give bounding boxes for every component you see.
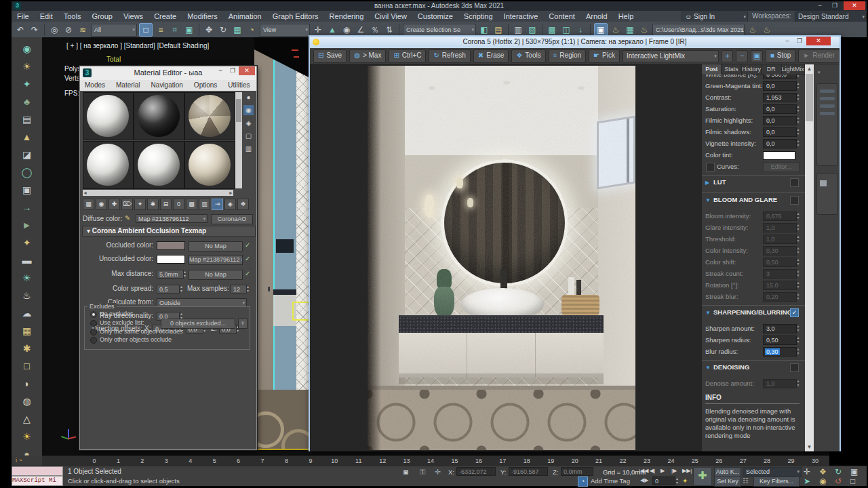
playback-0[interactable]: |◀◀	[639, 468, 648, 474]
menu-item-edit[interactable]: Edit	[35, 11, 58, 22]
param-spinner[interactable]: ▲▼	[795, 116, 801, 125]
put-material-icon[interactable]: ◉	[96, 199, 107, 210]
list-tool-icon[interactable]: ▤	[12, 110, 42, 128]
max-distance-check[interactable]: ✓	[245, 270, 250, 277]
backlight-icon[interactable]: ◉	[243, 105, 254, 115]
material-class-button[interactable]: CoronaAO	[211, 214, 253, 224]
sunlight-tool-icon[interactable]: ☀	[12, 428, 42, 445]
menu-item-scripting[interactable]: Scripting	[458, 11, 498, 22]
denoise-section-header[interactable]: ▼DENOISING	[702, 360, 805, 375]
angle-snap-icon[interactable]: ∠	[355, 24, 367, 36]
rendered-frame-icon[interactable]: ▦	[624, 24, 636, 36]
menu-item-modifiers[interactable]: Modifiers	[182, 11, 223, 22]
param-field[interactable]: 1,0	[763, 379, 797, 388]
corona-close-button[interactable]: ✕	[806, 37, 831, 45]
cone-tool-icon[interactable]: △	[12, 410, 42, 428]
me-menu-modes[interactable]: Modes	[80, 80, 110, 91]
key-filters-icon[interactable]: ☷	[743, 477, 749, 485]
maxscript-mini-listener-pink[interactable]	[12, 466, 63, 476]
pick-button[interactable]: ☛Pick	[589, 49, 620, 63]
param-spinner[interactable]: ▲▼	[795, 258, 801, 267]
unoccluded-check[interactable]: ✓	[245, 255, 250, 262]
render-setup-icon[interactable]: ♨	[610, 24, 622, 36]
plane-tool-icon[interactable]: □	[12, 357, 42, 375]
playback-3[interactable]: |▶	[671, 468, 677, 474]
corona-maximize-button[interactable]: ❐	[793, 37, 806, 45]
param-field[interactable]: 0,20	[763, 292, 797, 302]
material-sample-slot[interactable]	[83, 141, 134, 189]
cloud-tool-icon[interactable]: ☁	[12, 304, 42, 322]
timeline-ruler[interactable]: 0123456789101112131415161718192021222324…	[42, 455, 829, 466]
timeline-frame-27[interactable]: 27	[740, 458, 747, 464]
param-field[interactable]: 0,30	[763, 347, 797, 357]
selection-lock-icon[interactable]: ⚿	[420, 468, 425, 476]
param-field[interactable]: 0,0	[763, 127, 797, 137]
timeline-frame-16[interactable]: 16	[475, 458, 482, 464]
stop-button[interactable]: ■Stop	[766, 49, 796, 63]
reset-map-icon[interactable]: ⌦	[121, 199, 133, 210]
menu-item-file[interactable]: File	[12, 11, 35, 22]
timeline-frame-8[interactable]: 8	[285, 458, 288, 464]
timeline-frame-7[interactable]: 7	[261, 458, 264, 464]
material-editor-window[interactable]: 3 Material Editor - ыаа – ❐ ✕ ModesMater…	[79, 66, 257, 450]
tab-history[interactable]: History	[742, 64, 762, 75]
render-iterative-icon[interactable]: ♨	[747, 24, 759, 36]
tab-dr[interactable]: DR	[762, 64, 781, 75]
assign-material-icon[interactable]: ✚	[108, 199, 120, 210]
timeline-frame-14[interactable]: 14	[427, 458, 434, 464]
timeline-frame-13[interactable]: 13	[403, 458, 410, 464]
me-minimize-button[interactable]: –	[214, 66, 226, 75]
param-field[interactable]: 0,50	[763, 258, 797, 267]
param-field[interactable]: 1,953	[763, 93, 797, 102]
current-frame-field[interactable]: 0	[652, 476, 675, 485]
select-and-manipulate-icon[interactable]: ▲	[326, 24, 338, 36]
selection-filter-dropdown[interactable]: All▾	[91, 24, 137, 37]
select-by-name-icon[interactable]: ≡	[155, 24, 167, 36]
light-tool-icon[interactable]: ◉	[12, 40, 42, 58]
param-spinner[interactable]: ▲▼	[795, 281, 801, 290]
timeline-frame-18[interactable]: 18	[524, 458, 530, 464]
menu-item-create[interactable]: Create	[149, 11, 182, 22]
curve-editor-icon[interactable]: ▩	[546, 24, 558, 36]
go-to-parent-icon[interactable]: ⇥	[212, 199, 223, 210]
param-spinner[interactable]: ▲▼	[795, 223, 801, 232]
teapot-tool-icon[interactable]: ♨	[12, 287, 42, 304]
occluded-map-button[interactable]: No Map	[189, 241, 243, 251]
undo-icon[interactable]: ↶	[14, 24, 26, 36]
sharpen-section-header[interactable]: ▼SHARPENING/BLURRING✓	[702, 305, 805, 321]
timeline-frame-1[interactable]: 1	[117, 458, 120, 464]
sample-hscrollbar[interactable]: ◄►	[83, 190, 233, 196]
arrow-tool-icon[interactable]: →	[12, 199, 42, 216]
occluded-check[interactable]: ✓	[245, 241, 250, 249]
param-field[interactable]: 6 500,0	[763, 75, 797, 79]
add-time-tag-label[interactable]: Add Time Tag	[591, 477, 630, 485]
redo-icon[interactable]: ↷	[28, 24, 41, 36]
material-id-icon[interactable]: ⊟	[160, 199, 172, 210]
mini-curve-editor-button[interactable]: i ~	[12, 455, 42, 466]
close-button[interactable]: ✕	[844, 1, 865, 10]
percent-snap-icon[interactable]: ％	[369, 24, 381, 36]
schematic-view-icon[interactable]: ◫	[560, 24, 572, 36]
timeline-frame-3[interactable]: 3	[165, 458, 168, 464]
max-distance-map-button[interactable]: No Map	[189, 270, 243, 280]
material-sample-slot[interactable]	[134, 92, 184, 140]
camera-tool-icon[interactable]: ✦	[12, 75, 42, 93]
exclude-radio[interactable]	[90, 329, 97, 336]
occluded-color-swatch[interactable]	[157, 241, 185, 250]
region-button[interactable]: ⌗Region	[549, 49, 586, 63]
play-media-icon[interactable]: ►	[12, 216, 42, 234]
zoom-region-icon[interactable]: ➤	[804, 476, 810, 486]
timeline-frame-22[interactable]: 22	[620, 458, 627, 464]
transform-type-in-icon[interactable]: ✛	[435, 468, 441, 476]
frame-spinner[interactable]: ▴▾	[676, 476, 678, 485]
timeline-frame-0[interactable]: 0	[92, 458, 96, 464]
background-icon[interactable]: ◈	[243, 118, 254, 128]
param-spinner[interactable]: ▲▼	[795, 93, 801, 102]
diffuse-map-dropdown[interactable]: Map #2138796112▾	[136, 214, 208, 223]
workspace-dropdown[interactable]: Design Standard▾	[795, 12, 867, 22]
mirror-icon[interactable]: ◧	[478, 24, 490, 36]
maxscript-mini-listener[interactable]: MAXScript Mi	[12, 476, 63, 486]
sun-tool-icon[interactable]: ☀	[12, 58, 42, 75]
z-coord-field[interactable]: 0,0mm	[561, 467, 593, 476]
menu-item-help[interactable]: Help	[613, 11, 639, 22]
